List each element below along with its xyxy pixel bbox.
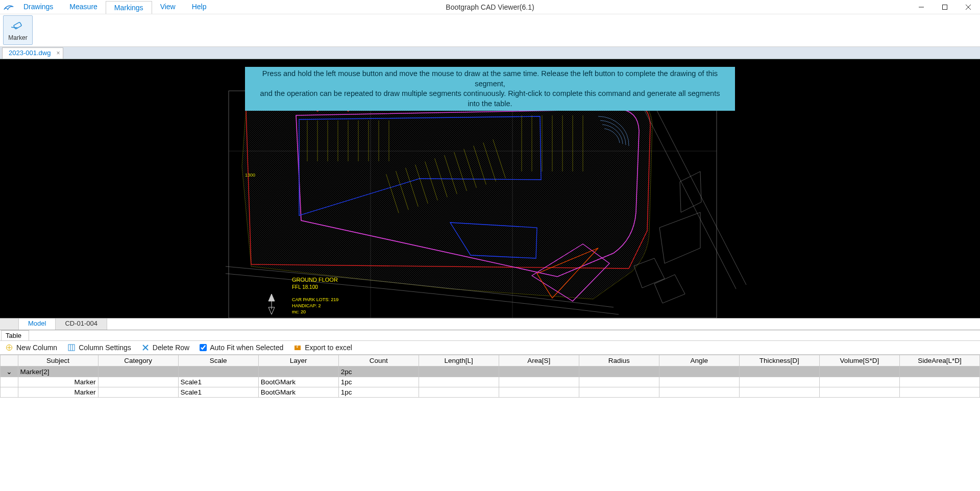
marker-tool-label: Marker xyxy=(8,34,27,41)
col-category[interactable]: Category xyxy=(98,355,178,366)
svg-text:HANDICAP:  2: HANDICAP: 2 xyxy=(292,303,321,308)
col-sidearea[interactable]: SideArea[L*D] xyxy=(899,355,979,366)
cell-subject: Marker xyxy=(18,377,98,387)
new-column-icon xyxy=(5,343,13,352)
menu-measure[interactable]: Measure xyxy=(61,1,105,13)
col-subject[interactable]: Subject xyxy=(18,355,98,366)
chevron-down-icon[interactable]: ⌄ xyxy=(1,366,18,377)
layout-tab-strip: Model CD-01-004 xyxy=(0,318,980,330)
svg-rect-69 xyxy=(68,345,75,351)
eraser-icon xyxy=(11,19,25,33)
cell-category xyxy=(98,377,178,387)
svg-text:FFL 18.100: FFL 18.100 xyxy=(292,284,318,290)
column-settings-icon xyxy=(67,343,76,352)
app-logo xyxy=(2,1,15,13)
col-scale[interactable]: Scale xyxy=(178,355,258,366)
menu-help[interactable]: Help xyxy=(184,1,215,13)
instruction-banner: Press and hold the left mouse button and… xyxy=(245,67,735,111)
model-tab[interactable]: Model xyxy=(19,318,56,330)
col-layer[interactable]: Layer xyxy=(258,355,338,366)
menu-markings[interactable]: Markings xyxy=(106,1,152,14)
table-toolbar: New Column Column Settings Delete Row Au… xyxy=(0,340,980,355)
document-tab-strip: 2023-001.dwg × xyxy=(0,47,980,59)
document-tab-label: 2023-001.dwg xyxy=(9,49,51,57)
autofit-checkbox-input[interactable] xyxy=(200,344,207,351)
layout-tab-spacer xyxy=(0,318,19,330)
group-count: 2pc xyxy=(338,366,419,377)
svg-text:CAR PARK LOTS:  219: CAR PARK LOTS: 219 xyxy=(292,297,338,302)
svg-text:GROUND FLOOR: GROUND FLOOR xyxy=(292,277,338,283)
drawing-canvas[interactable]: Press and hold the left mouse button and… xyxy=(0,59,980,318)
table-panel-tab[interactable]: Table xyxy=(1,330,29,340)
maximize-button[interactable] xyxy=(933,0,957,14)
column-settings-button[interactable]: Column Settings xyxy=(65,342,133,353)
col-length[interactable]: Length[L] xyxy=(419,355,499,366)
col-area[interactable]: Area[S] xyxy=(499,355,579,366)
menu-view[interactable]: View xyxy=(152,1,184,13)
window-controls xyxy=(910,0,980,14)
cell-category xyxy=(98,387,178,398)
export-excel-button[interactable]: Export to excel xyxy=(291,342,354,353)
close-icon[interactable]: × xyxy=(56,50,60,57)
svg-text:mc:   20: mc: 20 xyxy=(292,309,306,314)
app-title: Bootgraph CAD Viewer(6.1) xyxy=(446,3,534,11)
cell-layer: BootGMark xyxy=(258,387,338,398)
svg-text:1300: 1300 xyxy=(245,173,255,178)
cell-count: 1pc xyxy=(338,377,419,387)
layout-tab-sheet[interactable]: CD-01-004 xyxy=(56,318,107,330)
table-row[interactable]: Marker Scale1 BootGMark 1pc xyxy=(1,387,980,398)
marker-tool[interactable]: Marker xyxy=(3,15,33,45)
col-count[interactable]: Count xyxy=(338,355,419,366)
ribbon: Marker xyxy=(0,14,980,47)
cell-layer: BootGMark xyxy=(258,377,338,387)
measurement-table[interactable]: Subject Category Scale Layer Count Lengt… xyxy=(0,355,980,398)
delete-row-icon xyxy=(141,343,150,352)
export-excel-icon xyxy=(293,343,302,352)
svg-rect-1 xyxy=(943,5,947,9)
autofit-label: Auto Fit when Selected xyxy=(210,343,283,352)
table-row[interactable]: Marker Scale1 BootGMark 1pc xyxy=(1,377,980,387)
minimize-button[interactable] xyxy=(910,0,933,14)
new-column-label: New Column xyxy=(16,343,57,352)
cell-scale: Scale1 xyxy=(178,387,258,398)
titlebar: Drawings Measure Markings View Help Boot… xyxy=(0,0,980,14)
col-thickness[interactable]: Thickness[D] xyxy=(739,355,819,366)
col-angle[interactable]: Angle xyxy=(659,355,739,366)
main-menu: Drawings Measure Markings View Help xyxy=(15,1,215,13)
table-group-row[interactable]: ⌄ Marker[2] 2pc xyxy=(1,366,980,377)
table-header-row: Subject Category Scale Layer Count Lengt… xyxy=(1,355,980,366)
autofit-checkbox[interactable]: Auto Fit when Selected xyxy=(198,342,285,353)
cell-scale: Scale1 xyxy=(178,377,258,387)
col-radius[interactable]: Radius xyxy=(579,355,659,366)
delete-row-label: Delete Row xyxy=(153,343,189,352)
export-excel-label: Export to excel xyxy=(305,343,352,352)
group-subject: Marker[2] xyxy=(18,366,98,377)
cell-count: 1pc xyxy=(338,387,419,398)
delete-row-button[interactable]: Delete Row xyxy=(139,342,191,353)
col-volume[interactable]: Volume[S*D] xyxy=(819,355,899,366)
table-panel: Table New Column Column Settings Delete … xyxy=(0,330,980,398)
hint-line-2: and the operation can be repeated to dra… xyxy=(255,89,725,109)
cell-subject: Marker xyxy=(18,387,98,398)
menu-drawings[interactable]: Drawings xyxy=(15,1,61,13)
svg-marker-58 xyxy=(268,294,275,301)
expander-column-header xyxy=(1,355,18,366)
close-button[interactable] xyxy=(957,0,980,14)
new-column-button[interactable]: New Column xyxy=(3,342,59,353)
document-tab[interactable]: 2023-001.dwg × xyxy=(2,47,63,59)
column-settings-label: Column Settings xyxy=(79,343,131,352)
hint-line-1: Press and hold the left mouse button and… xyxy=(255,69,725,89)
